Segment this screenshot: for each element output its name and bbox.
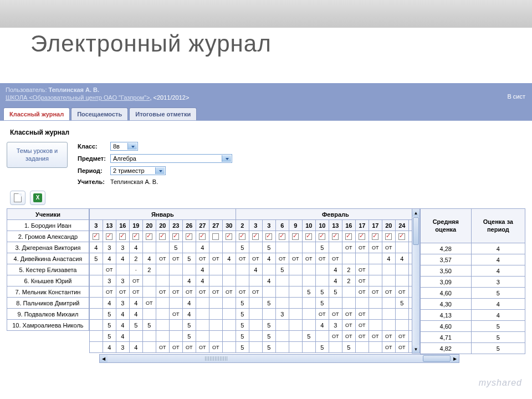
- class-select[interactable]: 8в: [110, 142, 138, 151]
- grade-cell[interactable]: [395, 275, 408, 287]
- grade-cell[interactable]: ОТ: [408, 275, 412, 287]
- grade-cell[interactable]: [89, 275, 103, 287]
- grade-cell[interactable]: ОТ: [169, 309, 182, 320]
- grade-cell[interactable]: 5: [182, 253, 196, 264]
- scroll-thumb-h[interactable]: [423, 355, 451, 362]
- grade-cell[interactable]: [89, 331, 103, 342]
- grade-cell[interactable]: [408, 253, 412, 264]
- grade-cell[interactable]: [249, 320, 262, 331]
- grade-cell[interactable]: ОТ: [369, 287, 382, 298]
- grade-cell[interactable]: 4: [249, 264, 262, 275]
- grade-cell[interactable]: [116, 264, 129, 275]
- grade-cell[interactable]: [408, 242, 412, 253]
- day-header[interactable]: 3: [249, 220, 262, 231]
- grade-cell[interactable]: [249, 342, 262, 353]
- grade-cell[interactable]: [196, 309, 209, 320]
- grade-cell[interactable]: ОТ: [129, 287, 142, 298]
- day-header[interactable]: 20: [142, 220, 156, 231]
- grade-cell[interactable]: [329, 342, 342, 353]
- grade-cell[interactable]: 4: [196, 242, 209, 253]
- grade-cell[interactable]: [249, 275, 262, 287]
- school-link[interactable]: ШКОЛА <Образовательный центр ОАО "Газпро…: [6, 94, 150, 101]
- student-cell[interactable]: 1. Бородин Иван: [7, 220, 89, 231]
- grade-cell[interactable]: [222, 320, 236, 331]
- grade-cell[interactable]: [222, 342, 236, 353]
- grade-cell[interactable]: 5: [262, 320, 275, 331]
- grade-cell[interactable]: [89, 264, 103, 275]
- grade-cell[interactable]: [222, 242, 236, 253]
- grade-cell[interactable]: ОТ: [382, 342, 395, 353]
- grade-cell[interactable]: ·: [129, 264, 142, 275]
- grade-cell[interactable]: [395, 242, 408, 253]
- grade-cell[interactable]: 4: [262, 253, 275, 264]
- grade-cell[interactable]: [209, 242, 222, 253]
- grade-cell[interactable]: [302, 275, 315, 287]
- grade-cell[interactable]: ОТ: [209, 287, 222, 298]
- grade-cell[interactable]: ОТ: [395, 342, 408, 353]
- grade-cell[interactable]: ОТ: [342, 331, 355, 342]
- tab-классный-журнал[interactable]: Классный журнал: [3, 108, 70, 120]
- day-header[interactable]: 3: [89, 220, 103, 231]
- grade-cell[interactable]: [89, 287, 103, 298]
- grade-cell[interactable]: ОТ: [395, 287, 408, 298]
- grade-cell[interactable]: [222, 309, 236, 320]
- grade-cell[interactable]: [249, 331, 262, 342]
- grade-cell[interactable]: ОТ: [289, 253, 302, 264]
- grade-cell[interactable]: ОТ: [169, 287, 182, 298]
- grade-cell[interactable]: 4: [395, 253, 408, 264]
- grade-cell[interactable]: [89, 298, 103, 309]
- student-cell[interactable]: 7. Мельник Константин: [7, 287, 89, 298]
- day-checkbox[interactable]: [275, 231, 289, 242]
- grade-cell[interactable]: 3: [116, 275, 129, 287]
- grade-cell[interactable]: ОТ: [236, 253, 249, 264]
- day-header[interactable]: 30: [222, 220, 236, 231]
- grade-cell[interactable]: ОТ: [209, 342, 222, 353]
- grade-cell[interactable]: [142, 331, 156, 342]
- grade-cell[interactable]: [382, 264, 395, 275]
- grade-cell[interactable]: 5: [236, 242, 249, 253]
- grade-cell[interactable]: [209, 331, 222, 342]
- grade-cell[interactable]: [156, 275, 169, 287]
- grade-cell[interactable]: [169, 264, 182, 275]
- grade-cell[interactable]: 5: [315, 287, 329, 298]
- grade-cell[interactable]: [289, 287, 302, 298]
- export-excel-button[interactable]: X: [30, 191, 45, 205]
- grade-cell[interactable]: ОТ: [329, 309, 342, 320]
- day-checkbox[interactable]: [236, 231, 249, 242]
- grade-cell[interactable]: ОТ: [222, 287, 236, 298]
- grade-cell[interactable]: 5: [236, 309, 249, 320]
- grade-cell[interactable]: [222, 275, 236, 287]
- export-doc-button[interactable]: [10, 191, 25, 205]
- student-cell[interactable]: 10. Хамроалиева Николь: [7, 320, 89, 331]
- grade-cell[interactable]: 5: [89, 253, 103, 264]
- day-header[interactable]: 17: [355, 220, 369, 231]
- horizontal-scrollbar[interactable]: ◀▶: [99, 354, 459, 363]
- day-header[interactable]: 24: [408, 220, 412, 231]
- day-checkbox[interactable]: [103, 231, 116, 242]
- grade-cell[interactable]: [289, 342, 302, 353]
- day-header[interactable]: 10: [315, 220, 329, 231]
- grade-cell[interactable]: ОТ: [355, 275, 369, 287]
- grade-cell[interactable]: [342, 298, 355, 309]
- scroll-up-icon[interactable]: ▲: [412, 209, 420, 217]
- grade-cell[interactable]: 4: [129, 342, 142, 353]
- grade-cell[interactable]: ОТ: [182, 342, 196, 353]
- grade-cell[interactable]: [156, 309, 169, 320]
- day-header[interactable]: 2: [236, 220, 249, 231]
- grade-cell[interactable]: 3: [103, 242, 116, 253]
- student-cell[interactable]: 9. Подвалков Михаил: [7, 309, 89, 320]
- grade-cell[interactable]: [408, 287, 412, 298]
- grade-cell[interactable]: 4: [262, 275, 275, 287]
- grade-cell[interactable]: 5: [262, 331, 275, 342]
- grade-cell[interactable]: 4: [129, 309, 142, 320]
- grade-cell[interactable]: [302, 298, 315, 309]
- grade-cell[interactable]: 4: [116, 309, 129, 320]
- grade-cell[interactable]: ОТ: [169, 253, 182, 264]
- grade-cell[interactable]: [289, 298, 302, 309]
- grade-cell[interactable]: [369, 298, 382, 309]
- day-checkbox[interactable]: [182, 231, 196, 242]
- scroll-left-icon[interactable]: ◀: [100, 355, 108, 362]
- day-checkbox[interactable]: [315, 231, 329, 242]
- grade-cell[interactable]: [142, 242, 156, 253]
- grade-cell[interactable]: [289, 320, 302, 331]
